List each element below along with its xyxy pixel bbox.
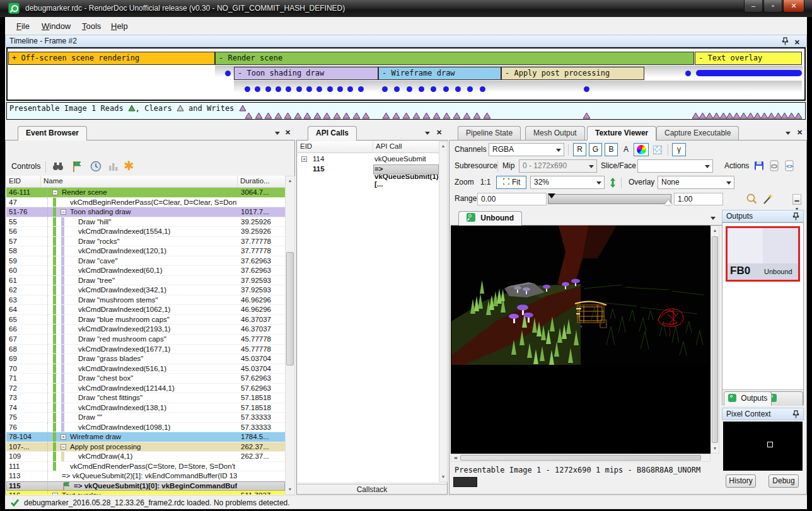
scroll-up-icon[interactable]: ▲	[286, 176, 294, 185]
draw-event-dot[interactable]	[265, 86, 271, 92]
tab-outputs[interactable]: Outputs	[724, 391, 772, 406]
draw-event-dot[interactable]	[276, 86, 281, 92]
draw-event-dot[interactable]	[455, 86, 461, 92]
timeline-block[interactable]: + Off-screen scene rendering	[8, 52, 215, 65]
draw-event-dot[interactable]	[327, 86, 333, 92]
gamma-button[interactable]: γ	[672, 143, 686, 156]
texture-viewport[interactable]	[451, 226, 710, 454]
find-binoculars-icon[interactable]	[52, 160, 64, 173]
event-row[interactable]: 76vkCmdDrawIndexed(1098,1)57.33333	[6, 423, 285, 433]
api-calls-scrollbar[interactable]: ▲ ▼	[439, 141, 448, 482]
expander-minus-icon[interactable]: −	[61, 444, 66, 450]
view-code-icon[interactable]: <>	[784, 160, 795, 171]
draw-event-dot[interactable]	[685, 71, 691, 76]
viewport-hscrollbar[interactable]: ◄ ►	[451, 454, 710, 462]
timeline-capsule-bar[interactable]	[696, 70, 802, 76]
draw-event-dot[interactable]	[382, 86, 388, 92]
event-row[interactable]: 111vkCmdEndRenderPass(C=Store, D=Store, …	[6, 462, 285, 472]
debug-button[interactable]: Debug	[768, 474, 799, 488]
timeline-marker-strip[interactable]: Presentable Image 1 Reads , Clears and W…	[6, 102, 806, 120]
expander-plus-icon[interactable]: +	[61, 434, 66, 440]
draw-event-dot[interactable]	[296, 86, 302, 92]
jump-flag-icon[interactable]	[71, 160, 83, 173]
timeline-block[interactable]: - Wireframe draw	[378, 67, 501, 80]
close-button[interactable]: ✕	[783, 0, 804, 13]
scroll-up-icon[interactable]: ▲	[439, 142, 447, 151]
event-row[interactable]: 63Draw "mushroom stems"46.96296	[6, 296, 285, 306]
slice-face-select[interactable]	[637, 159, 713, 173]
tab-pipeline-state[interactable]: Pipeline State	[458, 126, 521, 141]
timeline-block[interactable]: - Text overlay	[695, 52, 802, 65]
tab-unbound-texture[interactable]: Unbound	[458, 211, 522, 226]
time-clock-icon[interactable]	[90, 160, 102, 173]
event-row[interactable]: 73Draw "chest fittings"57.18518	[6, 393, 285, 403]
scroll-down-icon[interactable]: ▼	[711, 444, 719, 453]
event-row[interactable]: 109vkCmdDraw(4,1)262.37...	[6, 452, 285, 462]
event-browser-column-header[interactable]: EIDNameDuratio...	[6, 176, 285, 188]
event-row[interactable]: 113=> vkQueueSubmit(2)[1]: vkEndCommandB…	[6, 471, 285, 481]
event-row[interactable]: 67Draw "red mushroom caps"45.77778	[6, 335, 285, 345]
outputs-header[interactable]: Outputs	[722, 210, 804, 222]
event-row[interactable]: 51-76−Toon shading draw1017.7...	[6, 207, 285, 217]
draw-event-dot[interactable]	[306, 86, 312, 92]
draw-event-dot[interactable]	[480, 86, 485, 92]
viewport-vscrollbar[interactable]: ▲ ▼	[710, 226, 719, 454]
draw-event-dot[interactable]	[407, 86, 412, 92]
draw-event-dot[interactable]	[337, 86, 343, 92]
scroll-thumb[interactable]	[286, 252, 294, 365]
scroll-down-icon[interactable]: ▼	[286, 485, 294, 494]
api-call-row[interactable]: 115 => vkQueueSubmit(1)[...	[298, 164, 439, 175]
zoom-level-select[interactable]: 32%	[530, 176, 605, 189]
callstack-collapsed-section[interactable]: Callstack	[297, 484, 447, 495]
event-row[interactable]: 61Draw "tree"37.92593	[6, 276, 285, 286]
range-max-field[interactable]: 1.00	[674, 193, 723, 205]
menu-tools[interactable]: Tools	[78, 20, 105, 32]
event-row[interactable]: 116-...+Text overlay511.7037	[6, 491, 285, 495]
pixel-context-canvas[interactable]	[723, 422, 803, 471]
event-row[interactable]: 55Draw "hill"39.25926	[6, 217, 285, 227]
event-row[interactable]: 75Draw ""57.33333	[6, 413, 285, 423]
zoom-1to1-button[interactable]: 1:1	[477, 176, 494, 189]
channel-a-button[interactable]: A	[620, 143, 632, 156]
api-calls-list[interactable]: + 114 vkQueueSubmit 115 => vkQueueSubmit…	[298, 153, 439, 482]
zoom-fit-button[interactable]: Fit	[496, 176, 526, 189]
expander-minus-icon[interactable]: −	[52, 190, 58, 195]
expander-plus-icon[interactable]: +	[52, 493, 58, 495]
event-row[interactable]: 65Draw "blue mushroom caps"46.37037	[6, 315, 285, 325]
pin-icon[interactable]	[792, 410, 799, 418]
open-link-icon[interactable]	[768, 160, 780, 171]
expander-plus-icon[interactable]: +	[301, 156, 307, 162]
menu-window[interactable]: Window	[38, 20, 74, 32]
bookmark-star-icon[interactable]: ✱	[124, 158, 134, 173]
range-slider[interactable]	[548, 194, 671, 204]
event-row[interactable]: 57Draw "rocks"37.77778	[6, 237, 285, 247]
scroll-down-icon[interactable]: ▼	[439, 473, 447, 481]
mip-select[interactable]: 0 - 1272x690	[519, 159, 597, 173]
alpha-checker-button[interactable]	[651, 143, 664, 156]
event-row[interactable]: 115=> vkQueueSubmit(1)[0]: vkBeginComman…	[6, 481, 285, 491]
channels-select[interactable]: RGBA	[489, 143, 564, 156]
range-black-handle[interactable]	[548, 193, 555, 198]
event-row[interactable]: 66vkCmdDrawIndexed(2193,1)46.37037	[6, 324, 285, 335]
event-row[interactable]: 78-104+Wireframe draw1784.5...	[6, 432, 285, 442]
timeline-block[interactable]: - Render scene	[215, 52, 694, 65]
timeline-canvas[interactable]: + Off-screen scene rendering- Render sce…	[6, 47, 806, 101]
event-row[interactable]: 70vkCmdDrawIndexed(516,1)45.03704	[6, 364, 285, 374]
event-row[interactable]: 107-...−Apply post processing262.37...	[6, 442, 285, 452]
pin-icon[interactable]	[792, 212, 799, 221]
api-call-row[interactable]: + 114 vkQueueSubmit	[298, 154, 439, 164]
range-white-handle[interactable]	[664, 200, 672, 205]
event-row[interactable]: 59Draw "cave"37.62963	[6, 256, 285, 267]
history-button[interactable]: History	[726, 474, 756, 488]
tab-api-calls[interactable]: API Calls	[308, 126, 357, 141]
event-browser-rows[interactable]: 46-111−Render scene3064.7...47vkCmdBegin…	[6, 188, 285, 495]
minimize-button[interactable]: –	[744, 0, 763, 13]
draw-event-dot[interactable]	[419, 86, 424, 92]
tab-mesh-output[interactable]: Mesh Output	[525, 126, 585, 141]
event-browser-close-icon[interactable]: ✕	[285, 129, 291, 137]
event-browser-scrollbar[interactable]: ▲ ▼	[285, 176, 295, 495]
pixel-context-header[interactable]: Pixel Context	[722, 408, 804, 420]
event-row[interactable]: 71Draw "chest box"57.62963	[6, 374, 285, 384]
draw-event-dot[interactable]	[443, 86, 449, 92]
event-row[interactable]: 46-111−Render scene3064.7...	[6, 188, 285, 198]
